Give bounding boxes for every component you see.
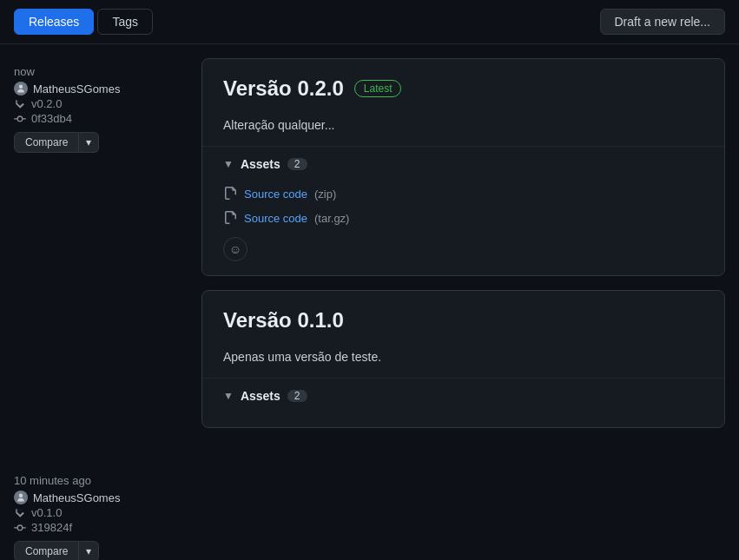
release-2-tag-row: v0.1.0	[14, 506, 188, 519]
release-2-time: 10 minutes ago	[14, 474, 188, 487]
asset-1-targz-link[interactable]: Source code	[244, 212, 307, 225]
release-1-assets: ▼ Assets 2 Source code (zip) Source code	[202, 147, 724, 275]
release-1-compare-arrow[interactable]: ▾	[79, 132, 99, 153]
sidebar-release-1: now MatheusSGomes v0.2.0 0f33db4 Compare…	[14, 65, 188, 153]
release-1-title: Versão 0.2.0	[223, 76, 344, 101]
release-2-avatar	[14, 491, 28, 504]
asset-1-zip-link[interactable]: Source code	[244, 188, 307, 201]
assets-1-count: 2	[287, 158, 307, 170]
release-2-assets-toggle[interactable]: ▼ Assets 2	[223, 389, 703, 403]
release-2-description: Apenas uma versão de teste.	[202, 350, 724, 378]
tag-icon-1	[14, 98, 26, 110]
main-content: now MatheusSGomes v0.2.0 0f33db4 Compare…	[0, 44, 739, 560]
draft-new-release-button[interactable]: Draft a new rele...	[600, 9, 726, 35]
commit-icon-2	[14, 522, 26, 534]
release-1-commit: 0f33db4	[31, 112, 72, 125]
release-2-commit-row: 319824f	[14, 521, 188, 534]
release-1-compare-button[interactable]: Compare	[14, 132, 79, 153]
assets-1-chevron: ▼	[223, 158, 234, 170]
assets-1-label: Assets	[241, 157, 280, 171]
release-2-title: Versão 0.1.0	[223, 308, 344, 333]
release-1-header: Versão 0.2.0 Latest	[202, 59, 724, 118]
releases-list: Versão 0.2.0 Latest Alteração qualquer..…	[201, 58, 725, 560]
release-2-compare-button[interactable]: Compare	[14, 541, 79, 560]
release-1-commit-row: 0f33db4	[14, 112, 188, 125]
asset-1-targz: Source code (tar.gz)	[223, 206, 703, 230]
asset-1-zip: Source code (zip)	[223, 181, 703, 206]
release-1-assets-toggle[interactable]: ▼ Assets 2	[223, 157, 703, 171]
file-targz-icon-1	[223, 211, 237, 225]
person-icon	[16, 83, 26, 94]
tab-bar: Releases Tags Draft a new rele...	[0, 0, 739, 44]
assets-2-chevron: ▼	[223, 390, 234, 402]
release-1-latest-badge: Latest	[354, 80, 402, 97]
release-1-author[interactable]: MatheusSGomes	[33, 82, 120, 96]
release-2-assets: ▼ Assets 2	[202, 379, 724, 427]
asset-1-zip-ext: (zip)	[314, 188, 336, 201]
release-2-author[interactable]: MatheusSGomes	[33, 491, 120, 504]
release-2-compare-group: Compare ▾	[14, 541, 99, 560]
release-2-tag: v0.1.0	[31, 506, 62, 519]
release-2-header: Versão 0.1.0	[202, 291, 724, 350]
release-1-compare-group: Compare ▾	[14, 132, 99, 153]
assets-2-label: Assets	[241, 389, 280, 403]
tag-icon-2	[14, 507, 26, 519]
release-1-time: now	[14, 65, 188, 78]
release-1-tag-row: v0.2.0	[14, 97, 188, 110]
release-2-author-row: MatheusSGomes	[14, 491, 188, 504]
sidebar-release-2: 10 minutes ago MatheusSGomes v0.1.0 3198…	[14, 474, 188, 560]
sidebar: now MatheusSGomes v0.2.0 0f33db4 Compare…	[14, 58, 188, 560]
release-1-title-row: Versão 0.2.0 Latest	[223, 76, 703, 101]
release-2-title-row: Versão 0.1.0	[223, 308, 703, 333]
release-2-commit: 319824f	[31, 521, 72, 534]
assets-2-count: 2	[287, 390, 307, 402]
release-1-description: Alteração qualquer...	[202, 118, 724, 146]
person-icon-2	[16, 492, 26, 503]
emoji-reaction-button-1[interactable]: ☺	[223, 237, 247, 261]
release-1-tag: v0.2.0	[31, 97, 62, 110]
asset-1-targz-ext: (tar.gz)	[314, 212, 349, 225]
file-zip-icon-1	[223, 187, 237, 201]
release-2-compare-arrow[interactable]: ▾	[79, 541, 99, 560]
tab-releases[interactable]: Releases	[14, 9, 94, 35]
release-card-1: Versão 0.2.0 Latest Alteração qualquer..…	[201, 58, 725, 276]
tab-tags[interactable]: Tags	[97, 9, 153, 35]
release-1-avatar	[14, 82, 28, 96]
release-1-author-row: MatheusSGomes	[14, 82, 188, 96]
tab-group: Releases Tags	[14, 9, 153, 35]
release-card-2: Versão 0.1.0 Apenas uma versão de teste.…	[201, 290, 725, 428]
commit-icon-1	[14, 113, 26, 125]
